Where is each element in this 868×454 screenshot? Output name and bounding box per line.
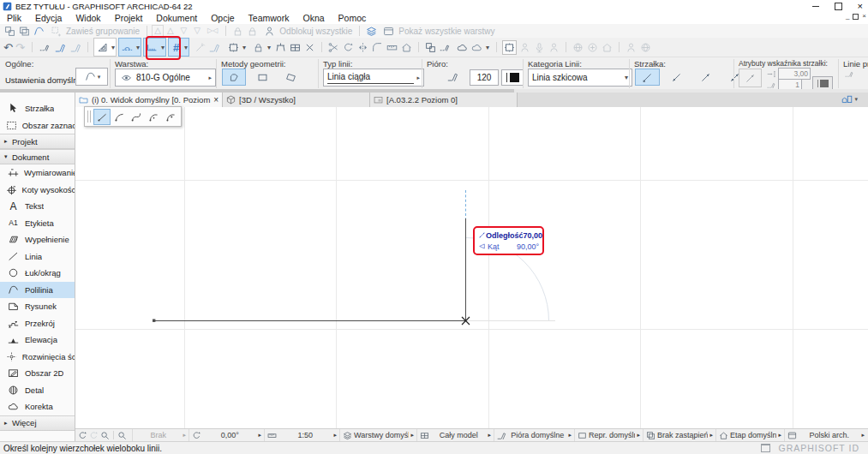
segment-double-arc-button[interactable] — [128, 109, 145, 125]
orientation-selector[interactable]: 0,00° ▸ — [189, 429, 264, 442]
doc-restore-button[interactable] — [853, 14, 859, 20]
toolbox-item-wymiarowanie[interactable]: Wymiarowanie — [0, 164, 75, 182]
collision-detection-icon[interactable]: ▷◁ — [207, 27, 218, 34]
split-icon[interactable] — [327, 41, 340, 54]
lock-icon[interactable] — [231, 25, 244, 38]
palette-drag-handle[interactable] — [87, 111, 91, 122]
select-grouped-icon[interactable] — [3, 25, 16, 38]
grid-snap-button[interactable]: # ▾ — [168, 38, 189, 57]
annotate-icon[interactable] — [439, 41, 452, 54]
menu-opcje[interactable]: Opcje — [204, 13, 241, 23]
suspend-groups-button[interactable]: Zawieś grupowanie — [49, 25, 140, 38]
send-to-back-icon[interactable]: ▽ — [194, 27, 201, 35]
group-icon[interactable] — [424, 41, 437, 54]
tab-close-icon[interactable]: × — [213, 95, 218, 105]
doc-close-button[interactable]: × — [862, 13, 866, 20]
redo-icon[interactable]: ↷ — [15, 42, 27, 53]
leaf-icon[interactable] — [208, 41, 221, 54]
toolbox-item-wypelnienie[interactable]: Wypełnienie — [0, 231, 75, 248]
tab-widok-domyslny[interactable]: (i) 0. Widok domyślny [0. Poziom 0] × — [75, 93, 223, 107]
menu-plik[interactable]: Plik — [0, 13, 28, 23]
toolbox-item-przekroj[interactable]: Przekrój — [0, 315, 75, 332]
toolbox-item-rozwiniecia-scian[interactable]: Rozwinięcia ścian — [0, 349, 75, 366]
layer-settings-icon[interactable] — [365, 25, 378, 38]
zoom-preset-selector[interactable]: Brak ▸ — [132, 429, 189, 442]
microphone-icon[interactable] — [533, 41, 546, 54]
menu-teamwork[interactable]: Teamwork — [242, 13, 296, 23]
selection-frame-icon[interactable] — [502, 40, 517, 55]
graphisoft-id-area[interactable]: GRAPHISOFT ID — [761, 443, 859, 453]
edit-polyline-icon[interactable] — [33, 25, 45, 38]
toolbox-section-dokument[interactable]: ▾ Dokument — [0, 149, 75, 164]
intersect-icon[interactable] — [303, 41, 316, 54]
toolbox-item-etykieta[interactable]: A1 Etykieta — [0, 215, 75, 232]
add-view-icon[interactable] — [586, 41, 599, 54]
bring-to-front-icon[interactable]: △ — [152, 25, 164, 37]
toolbox-item-detal[interactable]: Detal — [0, 382, 75, 399]
zoom-icon[interactable] — [100, 431, 110, 440]
mirror-icon[interactable] — [356, 41, 369, 54]
magic-wand-icon[interactable] — [194, 41, 207, 54]
unlock-icon[interactable] — [246, 25, 259, 38]
walk-mode-icon[interactable] — [518, 41, 531, 54]
toolbox-section-projekt[interactable]: ▸ Projekt — [0, 134, 75, 149]
fillet-icon[interactable] — [371, 41, 384, 54]
dashed-lines-icon[interactable] — [845, 69, 854, 79]
doc-minimize-button[interactable]: _ — [846, 13, 849, 20]
eyedropper-icon[interactable] — [69, 39, 82, 55]
web-icon[interactable] — [572, 41, 584, 54]
bring-forward-icon[interactable]: △ — [167, 27, 174, 35]
forward-icon[interactable] — [89, 431, 99, 440]
segment-arc-tangent-button[interactable] — [111, 109, 128, 125]
adjust-icon[interactable] — [289, 41, 302, 54]
menu-dokument[interactable]: Dokument — [149, 13, 204, 23]
layer-selector[interactable]: 810-G Ogólne ▸ — [115, 69, 216, 87]
graphic-override-selector[interactable]: Brak zastąpień ▸ — [643, 429, 715, 442]
guide-lines-button[interactable]: ▾ — [93, 38, 117, 57]
toolbox-item-tekst[interactable]: A Tekst — [0, 198, 75, 215]
arrow-pointer-button[interactable] — [739, 69, 762, 87]
orbit-icon[interactable] — [639, 41, 652, 54]
select-marquee-icon[interactable] — [18, 25, 31, 38]
drawing-canvas[interactable]: Odległość 70,00 Kąt 90,00° — [75, 107, 868, 428]
menu-widok[interactable]: Widok — [69, 13, 107, 23]
send-backward-icon[interactable]: ▽ — [181, 27, 188, 35]
tab-3d-wszystko[interactable]: [3D / Wszystko] — [223, 93, 370, 107]
model-view-options-selector[interactable]: Repr. domyślna ▸ — [574, 429, 643, 442]
segment-straight-button[interactable] — [93, 109, 111, 125]
pen-number-field[interactable]: 120 — [470, 69, 499, 86]
close-button[interactable]: × — [858, 2, 863, 10]
tab-a0322-poziom-0[interactable]: [A.03.2.2 Poziom 0] — [370, 93, 518, 107]
tab-overview-button[interactable]: ▾ — [841, 93, 858, 105]
avatar-icon[interactable] — [548, 41, 560, 54]
segment-arc-center-button[interactable] — [145, 109, 162, 125]
line-type-selector[interactable]: Linia ciągła ▸ — [323, 69, 424, 87]
restore-button[interactable] — [835, 3, 842, 10]
back-icon[interactable] — [78, 431, 87, 440]
teamwork-cloud-button[interactable]: ▾ — [453, 38, 491, 57]
pick-up-parameters-icon[interactable] — [39, 39, 51, 55]
pen-color-button[interactable] — [501, 69, 524, 86]
toolbox-item-polilinia[interactable]: Polilinia — [0, 282, 75, 299]
toolbox-item-elewacja[interactable]: Elewacja — [0, 332, 75, 349]
arrow-start-button[interactable] — [664, 69, 689, 86]
arrow-end-button[interactable] — [693, 69, 718, 86]
menu-edycja[interactable]: Edycja — [28, 13, 69, 23]
toolbox-item-obszar-zaznaczenia[interactable]: Obszar zaznacz... — [0, 117, 75, 134]
resize-icon[interactable] — [386, 41, 398, 54]
minimize-button[interactable] — [812, 6, 819, 7]
show-all-layers-button[interactable]: Pokaż wszystkie warstwy — [381, 25, 494, 38]
trim-icon[interactable] — [274, 41, 287, 54]
toolbox-item-korekta[interactable]: Korekta — [0, 398, 75, 415]
elevation-home-icon[interactable] — [400, 41, 413, 54]
scale-selector[interactable]: 1:50 ▸ — [264, 429, 339, 442]
default-settings-label[interactable]: Ustawienia domyślne — [5, 75, 82, 85]
toolbox-item-luk-okrag[interactable]: Łuk/okrąg — [0, 265, 75, 282]
geometry-rotated-rectangle-button[interactable] — [278, 69, 302, 86]
undo-icon[interactable]: ↶ — [3, 42, 15, 53]
toolbox-item-koty-wysokosciowe[interactable]: Koty wysokościo... — [0, 182, 75, 199]
toolbox-item-rysunek[interactable]: Rysunek — [0, 298, 75, 315]
toolbox-section-wiecej[interactable]: ▸ Więcej — [0, 415, 75, 431]
lock-options-button[interactable]: ▾ — [249, 38, 272, 57]
geometry-rectangle-button[interactable] — [250, 69, 274, 86]
